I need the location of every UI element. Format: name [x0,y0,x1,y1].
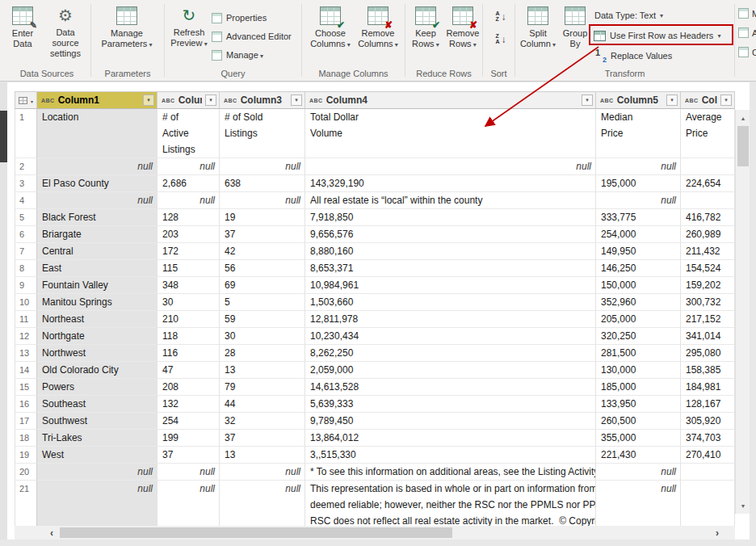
grid-cell[interactable]: 19 [220,209,305,226]
grid-cell[interactable]: 13 [220,362,305,379]
grid-cell[interactable]: East [37,260,158,277]
horizontal-scrollbar[interactable]: ‹ › [15,526,735,540]
grid-cell[interactable]: 184,981 [681,379,735,396]
grid-cell[interactable]: 150,000 [596,277,681,294]
column-header-column3[interactable]: ABCColumn3 [220,91,305,109]
grid-cell[interactable]: null [305,158,596,175]
grid-cell[interactable]: 348 [158,277,220,294]
sort-ascending-button[interactable]: A Z [489,6,512,26]
grid-cell[interactable]: null [220,158,305,175]
grid-cell[interactable]: Central [37,243,158,260]
grid-cell[interactable]: West [37,447,158,464]
grid-cell[interactable]: 1,503,660 [305,294,596,311]
grid-cell[interactable]: 10,230,434 [305,328,596,345]
grid-cell[interactable]: All real estate is “local” within the co… [305,192,596,209]
grid-cell[interactable]: Manitou Springs [37,294,158,311]
filter-dropdown-icon[interactable] [205,94,216,106]
grid-cell[interactable]: 254,000 [596,226,681,243]
grid-cell[interactable]: 158,385 [681,362,735,379]
row-number[interactable]: 8 [15,260,37,277]
split-column-button[interactable]: Split Column [519,4,557,65]
grid-cell[interactable]: 133,950 [596,396,681,413]
grid-cell[interactable]: 374,703 [681,430,735,447]
filter-dropdown-icon[interactable] [143,94,154,106]
grid-cell[interactable]: Black Forest [37,209,158,226]
grid-cell[interactable]: 159,202 [681,277,735,294]
row-number[interactable]: 17 [15,413,37,430]
grid-cell[interactable]: 30 [158,294,220,311]
grid-cell[interactable]: Southeast [37,396,158,413]
row-number[interactable]: 14 [15,362,37,379]
grid-cell[interactable] [681,158,735,175]
row-number[interactable]: 6 [15,226,37,243]
manage-parameters-button[interactable]: Manage Parameters [99,4,155,65]
row-number[interactable]: 10 [15,294,37,311]
data-type-dropdown[interactable]: Data Type: Text [594,8,663,23]
grid-cell[interactable]: Northwest [37,345,158,362]
grid-cell[interactable]: null [596,464,681,481]
column-header-column1[interactable]: ABCColumn1 [37,91,158,109]
grid-cell[interactable]: 185,000 [596,379,681,396]
grid-cell[interactable]: 300,732 [681,294,735,311]
grid-cell[interactable]: Southwest [37,413,158,430]
grid-cell[interactable]: null [596,158,681,175]
grid-cell[interactable] [681,464,735,481]
grid-cell[interactable]: 195,000 [596,175,681,192]
grid-cell[interactable]: null [37,481,158,526]
grid-cell[interactable]: 59 [220,311,305,328]
scroll-down-icon[interactable]: ▼ [736,499,750,512]
grid-cell[interactable]: 42 [220,243,305,260]
grid-cell[interactable]: null [37,192,158,209]
row-number[interactable]: 13 [15,345,37,362]
grid-cell[interactable]: 56 [220,260,305,277]
row-number[interactable]: 11 [15,311,37,328]
grid-cell[interactable]: * To see this information on additional … [305,464,596,481]
row-number[interactable]: 21 [15,481,37,526]
row-number[interactable]: 1 [15,109,37,158]
column-header-column5[interactable]: ABCColumn5 [596,91,681,109]
grid-cell[interactable]: 146,250 [596,260,681,277]
grid-cell[interactable] [681,192,735,209]
grid-cell[interactable]: 224,654 [681,175,735,192]
grid-cell[interactable]: 416,782 [681,209,735,226]
grid-cell[interactable]: 270,410 [681,447,735,464]
grid-cell[interactable]: 130,000 [596,362,681,379]
grid-cell[interactable]: 37 [220,226,305,243]
grid-cell[interactable]: null [158,158,220,175]
grid-cell[interactable]: Briargate [37,226,158,243]
grid-cell[interactable]: 203 [158,226,220,243]
grid-cell[interactable]: Old Colorado City [37,362,158,379]
horizontal-scroll-thumb[interactable] [60,527,452,538]
grid-cell[interactable]: This representation is based in whole or… [305,481,596,526]
grid-cell[interactable]: 352,960 [596,294,681,311]
row-number[interactable]: 2 [15,158,37,175]
grid-cell[interactable]: 10,984,961 [305,277,596,294]
keep-rows-button[interactable]: ✔ Keep Rows [409,4,443,65]
grid-cell[interactable]: 37 [220,430,305,447]
grid-cell[interactable]: 638 [220,175,305,192]
enter-data-button[interactable]: ✎ Enter Data [5,4,40,65]
grid-cell[interactable]: null [220,481,305,526]
grid-cell[interactable]: 172 [158,243,220,260]
grid-cell[interactable]: 128,167 [681,396,735,413]
grid-cell[interactable]: 9,789,450 [305,413,596,430]
properties-button[interactable]: Properties [212,10,267,25]
choose-columns-button[interactable]: ✔ Choose Columns [307,4,354,65]
advanced-editor-button[interactable]: Advanced Editor [212,29,292,44]
row-number[interactable]: 3 [15,175,37,192]
grid-cell[interactable]: null [158,192,220,209]
grid-cell[interactable]: null [596,481,681,526]
combine-files-button[interactable]: C [738,47,756,57]
column-header-column2[interactable]: ABCColumn2 [158,91,220,109]
grid-cell[interactable]: El Paso County [37,175,158,192]
grid-cell[interactable]: 260,500 [596,413,681,430]
grid-cell[interactable] [681,481,735,526]
queries-pane-handle[interactable] [0,111,7,162]
replace-values-button[interactable]: Replace Values [594,48,672,63]
grid-cell[interactable]: 2,059,000 [305,362,596,379]
append-queries-button[interactable]: A [738,27,756,38]
grid-cell[interactable]: 28 [220,345,305,362]
sort-descending-button[interactable]: Z A [489,29,512,48]
row-number[interactable]: 16 [15,396,37,413]
grid-cell[interactable]: 333,775 [596,209,681,226]
